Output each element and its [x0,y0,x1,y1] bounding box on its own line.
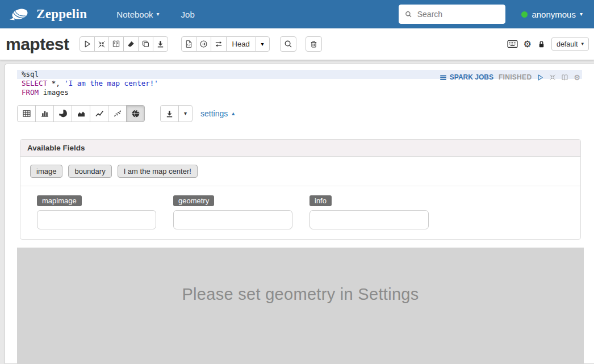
drop-zone-mapimage: mapimage [37,195,156,229]
download-icon [156,40,165,48]
area-chart-icon [77,109,86,118]
zeppelin-logo[interactable]: Zeppelin [8,6,87,23]
field-chip-boundary[interactable]: boundary [68,165,111,178]
field-chip-map-center[interactable]: I am the map center! [118,165,198,178]
clone-note-button[interactable] [138,36,153,52]
note-permissions-button[interactable] [537,40,546,49]
revision-selector[interactable]: Head [226,36,256,52]
drop-zone-label: geometry [173,195,214,206]
show-hide-code-button[interactable] [108,36,124,52]
menu-notebook-label: Notebook [116,10,153,19]
chart-type-scatter-button[interactable] [108,105,127,122]
interpreter-binding-label: default [557,40,578,48]
paragraph-settings-button[interactable]: ⚙ [574,74,580,81]
chart-type-bar-button[interactable] [35,105,54,122]
swap-arrows-icon [214,40,223,48]
chart-type-line-button[interactable] [90,105,108,122]
note-title[interactable]: maptest [6,35,69,54]
download-data-group: ▾ [160,105,193,122]
search-input[interactable] [416,9,500,19]
code-line-from: FROM images [17,88,582,97]
run-paragraph-button[interactable] [537,74,544,81]
gear-icon: ⚙ [574,73,580,82]
compare-revisions-button[interactable] [181,36,196,52]
trash-icon [309,40,318,48]
chart-type-switcher [17,105,145,122]
file-code-icon [185,40,193,48]
interpreter-binding-dropdown[interactable]: default ▾ [551,37,589,51]
menu-notebook[interactable]: Notebook ▾ [116,10,159,19]
menu-bars-icon [440,74,447,81]
visualization-toolbar: ▾ settings ▲ [17,105,582,122]
note-right-tools: ⚙ default ▾ [507,37,594,51]
map-placeholder[interactable]: Please set geometry in Settings [17,248,584,364]
download-icon [165,110,174,118]
interpreter-settings-button[interactable]: ⚙ [524,40,532,49]
available-fields-panel: Available Fields image boundary I am the… [20,139,581,240]
clone-icon [141,40,150,48]
paragraph-status: FINISHED [499,73,532,82]
brand-name: Zeppelin [36,7,87,22]
field-chip-image[interactable]: image [30,165,62,178]
remove-note-button[interactable] [306,36,322,52]
settings-label: settings [200,109,228,118]
chart-type-map-button[interactable] [126,105,145,122]
book-icon [561,74,568,81]
paragraph-card: %sql SELECT *, 'I am the map center!' FR… [5,64,594,364]
username: anonymous [532,10,576,19]
collapse-paragraphs-button[interactable] [94,36,109,52]
clear-output-button[interactable] [123,36,139,52]
drop-zones-row: mapimage geometry info [20,186,580,239]
drop-zone-target-mapimage[interactable] [37,210,156,229]
switch-revision-button[interactable] [211,36,227,52]
search-icon [405,10,412,18]
export-note-button[interactable] [153,36,168,52]
chevron-down-icon: ▾ [580,11,583,17]
play-icon [537,74,544,81]
search-icon [284,40,292,48]
keyboard-shortcuts-button[interactable] [507,40,518,48]
chart-type-table-button[interactable] [17,105,36,122]
menu-job[interactable]: Job [181,10,195,19]
compress-icon [98,40,106,48]
drop-zone-geometry: geometry [173,195,292,229]
drop-zone-label: mapimage [37,195,82,206]
drop-zone-target-geometry[interactable] [173,210,292,229]
top-navbar: Zeppelin Notebook ▾ Job anonymous ▾ [0,0,594,28]
revision-dropdown-caret[interactable]: ▾ [256,36,270,52]
zeppelin-notebook-page: Zeppelin Notebook ▾ Job anonymous ▾ mapt… [0,0,594,364]
revision-label: Head [232,40,250,48]
viz-settings-toggle[interactable]: settings ▲ [200,109,236,118]
online-status-dot-icon [521,11,528,18]
pie-chart-icon [58,109,68,118]
download-data-button[interactable] [160,105,179,122]
run-all-paragraphs-button[interactable] [80,36,95,52]
caret-up-icon: ▲ [231,111,236,116]
download-options-caret[interactable]: ▾ [178,105,193,122]
zeppelin-airship-icon [8,6,32,23]
drop-zone-label: info [309,195,332,206]
paragraph-status-bar: SPARK JOBS FINISHED [440,73,580,82]
menu-job-label: Job [181,10,195,19]
toggle-editor-button[interactable] [561,74,568,81]
drop-zone-target-info[interactable] [309,210,429,229]
spark-jobs-link[interactable]: SPARK JOBS [440,73,493,82]
caret-down-icon: ▾ [581,41,584,47]
compress-icon [549,74,556,81]
search-code-button[interactable] [280,36,296,52]
chevron-down-icon: ▾ [157,11,160,17]
code-editor[interactable]: %sql SELECT *, 'I am the map center!' FR… [17,70,582,97]
gear-icon: ⚙ [524,40,532,49]
map-placeholder-message: Please set geometry in Settings [17,248,584,304]
chart-type-area-button[interactable] [72,105,90,122]
commit-revision-button[interactable] [196,36,211,52]
play-icon [83,40,91,48]
caret-down-icon: ▾ [261,41,264,47]
user-menu[interactable]: anonymous ▾ [521,10,583,19]
caret-down-icon: ▾ [184,111,187,116]
chart-type-pie-button[interactable] [53,105,72,122]
field-chips-row: image boundary I am the map center! [20,157,580,186]
line-chart-icon [95,109,104,118]
collapse-paragraph-button[interactable] [549,74,556,81]
main-menu: Notebook ▾ Job [116,10,194,19]
